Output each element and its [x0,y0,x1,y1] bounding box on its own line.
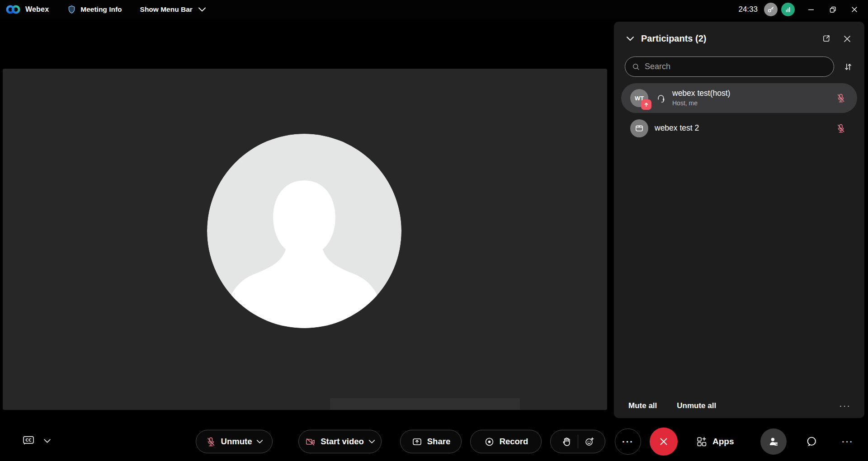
apps-button[interactable]: Apps [696,430,734,453]
search-input[interactable] [645,62,827,71]
restore-button[interactable] [824,2,842,17]
raise-hand-icon[interactable] [561,436,572,447]
leave-meeting-icon [658,436,670,447]
unmute-options-chevron-icon[interactable] [256,439,263,444]
muted-mic-icon[interactable] [835,123,846,134]
participant-row[interactable]: webex test 2 [621,115,857,142]
svg-text:CC: CC [25,438,32,442]
meeting-timer: 24:33 [738,5,758,14]
minimize-button[interactable] [802,2,820,17]
unmute-label: Unmute [221,437,252,447]
participant-role: Host, me [672,99,730,108]
share-button[interactable]: Share [400,430,462,453]
chevron-down-icon [198,7,206,12]
network-quality-icon[interactable] [781,3,795,16]
share-label: Share [427,437,450,447]
unmute-button[interactable]: Unmute [196,430,273,453]
record-label: Record [500,437,528,447]
cc-icon[interactable]: CC [22,434,35,447]
webex-logo-icon [5,4,21,15]
reactions-pill [550,430,605,453]
cc-chevron-down-icon[interactable] [43,438,51,443]
more-icon: ··· [842,437,854,447]
collapse-panel-chevron-icon[interactable] [626,36,635,42]
key-icon[interactable] [764,3,778,16]
device-icon [634,123,644,133]
show-menu-bar-label: Show Menu Bar [140,5,193,14]
close-window-button[interactable] [845,2,863,17]
close-panel-icon[interactable] [843,34,852,43]
start-video-button[interactable]: Start video [298,430,382,453]
show-menu-bar-button[interactable]: Show Menu Bar [140,5,206,14]
chat-icon [805,435,818,448]
avatar: WT [630,89,648,107]
divider [578,435,578,448]
record-button[interactable]: Record [470,430,542,453]
video-tile[interactable] [3,69,607,410]
headset-icon [656,93,666,103]
unmute-all-button[interactable]: Unmute all [677,401,716,410]
more-icon: ··· [622,437,634,447]
search-icon [632,63,640,71]
participants-toggle-button[interactable] [760,428,787,455]
sharing-badge-icon [641,99,651,110]
titlebar: Webex Meeting Info Show Menu Bar 24:33 [0,0,868,19]
app-title: Webex [25,5,49,14]
participant-avatar-placeholder [207,134,401,328]
popout-icon[interactable] [821,34,831,43]
bar-more-options-button[interactable]: ··· [835,428,861,455]
search-box[interactable] [625,56,834,77]
participant-name: webex test 2 [655,123,699,133]
participant-name: webex test(host) [672,89,730,99]
meeting-info-label: Meeting Info [80,5,122,14]
mute-all-button[interactable]: Mute all [628,401,657,410]
chat-button[interactable] [798,428,825,455]
camera-off-icon [305,436,316,447]
sort-icon[interactable] [843,61,854,72]
muted-mic-icon [205,436,217,447]
apps-icon [696,436,707,447]
share-icon [411,436,423,447]
apps-label: Apps [712,437,734,447]
panel-more-options-button[interactable]: ··· [839,400,851,411]
stage-bottom-strip [330,398,520,410]
meeting-info-button[interactable]: Meeting Info [67,5,122,14]
record-icon [484,436,495,447]
participants-icon [768,436,779,447]
muted-mic-icon[interactable] [835,93,846,103]
panel-title: Participants (2) [641,33,706,44]
leave-meeting-button[interactable] [650,428,678,456]
participant-row[interactable]: WT webex test(host) Host, me [621,83,857,113]
video-options-chevron-icon[interactable] [368,439,375,444]
device-avatar [630,119,648,137]
control-bar: CC Unmute Start video [0,422,868,461]
participants-panel: Participants (2) [614,22,864,418]
start-video-label: Start video [321,437,364,447]
more-options-button[interactable]: ··· [615,428,641,455]
shield-icon [67,5,76,14]
reactions-icon[interactable] [584,436,595,447]
